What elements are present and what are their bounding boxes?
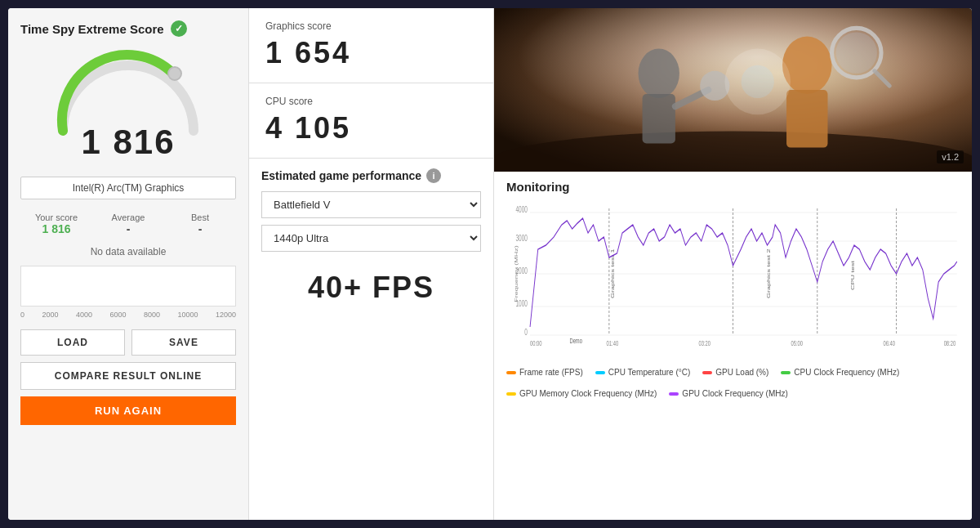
- legend-cpu-temp-label: CPU Temperature (°C): [608, 368, 691, 377]
- graphics-score-value: 1 654: [265, 36, 477, 70]
- cpu-score-value: 4 105: [265, 111, 477, 145]
- monitor-chart: 4000 3000 2000 1000 0 Frequency (MHz): [506, 200, 960, 364]
- no-data-text: No data available: [20, 246, 236, 257]
- resolution-dropdown[interactable]: 1440p Ultra 1080p Ultra 4K Ultra: [261, 225, 481, 252]
- monitoring-title: Monitoring: [506, 180, 960, 194]
- save-button[interactable]: SAVE: [131, 329, 236, 356]
- game-dropdown[interactable]: Battlefield V Cyberpunk 2077 Shadow of t…: [261, 191, 481, 218]
- your-score-value: 1 816: [20, 222, 92, 235]
- gauge-container: 1 816: [20, 49, 236, 162]
- main-container: Time Spy Extreme Score ✓ 1 816 Intel(R) …: [8, 8, 972, 520]
- gpu-name: Intel(R) Arc(TM) Graphics: [20, 177, 236, 199]
- svg-text:06:40: 06:40: [883, 339, 895, 347]
- legend-gpu-mem-clock-dot: [506, 392, 516, 396]
- svg-text:00:00: 00:00: [530, 339, 542, 347]
- score-title-row: Time Spy Extreme Score ✓: [20, 20, 236, 37]
- svg-text:Graphics test 2: Graphics test 2: [765, 249, 771, 298]
- legend-gpu-load-dot: [702, 371, 712, 374]
- legend-gpu-load: GPU Load (%): [702, 368, 768, 377]
- average-label: Average: [92, 213, 164, 222]
- svg-text:4000: 4000: [515, 204, 528, 214]
- fps-display: 40+ FPS: [261, 271, 481, 305]
- best-label: Best: [164, 213, 236, 222]
- legend-gpu-load-label: GPU Load (%): [715, 368, 768, 377]
- compare-button[interactable]: COMPARE RESULT ONLINE: [20, 362, 236, 390]
- main-score: 1 816: [81, 123, 175, 162]
- bar-chart-area: [20, 266, 236, 307]
- legend-gpu-clock-label: GPU Clock Frequency (MHz): [682, 389, 787, 398]
- svg-point-0: [168, 67, 181, 80]
- svg-point-14: [742, 65, 774, 98]
- graphics-score-box: Graphics score 1 654: [249, 8, 493, 83]
- game-perf-title: Estimated game performance: [261, 169, 421, 182]
- svg-text:0: 0: [524, 327, 528, 337]
- svg-text:05:00: 05:00: [791, 339, 803, 347]
- info-icon[interactable]: i: [426, 168, 441, 183]
- svg-text:Demo: Demo: [569, 337, 581, 346]
- legend-frame-rate: Frame rate (FPS): [506, 368, 583, 377]
- average-col: Average -: [92, 213, 164, 235]
- legend-gpu-mem-clock: GPU Memory Clock Frequency (MHz): [506, 389, 657, 398]
- bar-x-axis: 0 2000 4000 6000 8000 10000 12000: [20, 311, 236, 319]
- legend-frame-rate-dot: [506, 371, 516, 374]
- graphics-score-label: Graphics score: [265, 20, 477, 32]
- legend-cpu-clock-dot: [781, 371, 791, 374]
- best-col: Best -: [164, 213, 236, 235]
- load-save-row: LOAD SAVE: [20, 329, 236, 356]
- svg-rect-9: [786, 90, 827, 148]
- score-title-text: Time Spy Extreme Score: [20, 22, 164, 36]
- svg-point-4: [639, 49, 679, 99]
- run-again-button[interactable]: RUN AGAIN: [20, 396, 236, 425]
- game-image: v1.2: [494, 8, 972, 172]
- your-score-label: Your score: [20, 213, 92, 222]
- svg-text:CPU test: CPU test: [850, 260, 856, 290]
- game-perf-header: Estimated game performance i: [261, 168, 481, 183]
- monitor-chart-svg: 4000 3000 2000 1000 0 Frequency (MHz): [506, 200, 960, 347]
- legend-row: Frame rate (FPS) CPU Temperature (°C) GP…: [506, 368, 960, 398]
- legend-cpu-temp: CPU Temperature (°C): [595, 368, 691, 377]
- monitoring-section: Monitoring 4000 3000 2000 1000 0 Frequen…: [494, 172, 972, 520]
- score-comparison: Your score 1 816 Average - Best -: [20, 213, 236, 235]
- cpu-score-box: CPU score 4 105: [249, 83, 493, 159]
- version-badge: v1.2: [937, 150, 964, 163]
- svg-rect-5: [643, 94, 675, 144]
- legend-gpu-clock-dot: [669, 392, 679, 396]
- legend-frame-rate-label: Frame rate (FPS): [519, 368, 583, 377]
- svg-text:3000: 3000: [515, 233, 528, 243]
- best-value: -: [164, 222, 236, 235]
- average-value: -: [92, 222, 164, 235]
- left-panel: Time Spy Extreme Score ✓ 1 816 Intel(R) …: [8, 8, 249, 520]
- svg-point-11: [836, 32, 877, 73]
- middle-panel: Graphics score 1 654 CPU score 4 105 Est…: [249, 8, 494, 520]
- svg-text:03:20: 03:20: [699, 339, 711, 347]
- legend-gpu-clock: GPU Clock Frequency (MHz): [669, 389, 787, 398]
- legend-cpu-clock: CPU Clock Frequency (MHz): [781, 368, 899, 377]
- svg-text:Frequency (MHz): Frequency (MHz): [514, 245, 519, 302]
- cpu-score-label: CPU score: [265, 96, 477, 107]
- svg-text:08:20: 08:20: [944, 339, 956, 347]
- svg-text:01:40: 01:40: [607, 339, 619, 347]
- your-score-col: Your score 1 816: [20, 213, 92, 235]
- game-artwork: [494, 8, 972, 172]
- check-icon: ✓: [171, 20, 187, 37]
- game-performance-panel: Estimated game performance i Battlefield…: [249, 159, 493, 520]
- legend-cpu-temp-dot: [595, 371, 605, 374]
- legend-gpu-mem-clock-label: GPU Memory Clock Frequency (MHz): [519, 389, 657, 398]
- right-panel: v1.2 Monitoring 4000 3000 2000 1000 0 Fr…: [494, 8, 972, 520]
- load-button[interactable]: LOAD: [20, 329, 125, 356]
- legend-cpu-clock-label: CPU Clock Frequency (MHz): [794, 368, 899, 377]
